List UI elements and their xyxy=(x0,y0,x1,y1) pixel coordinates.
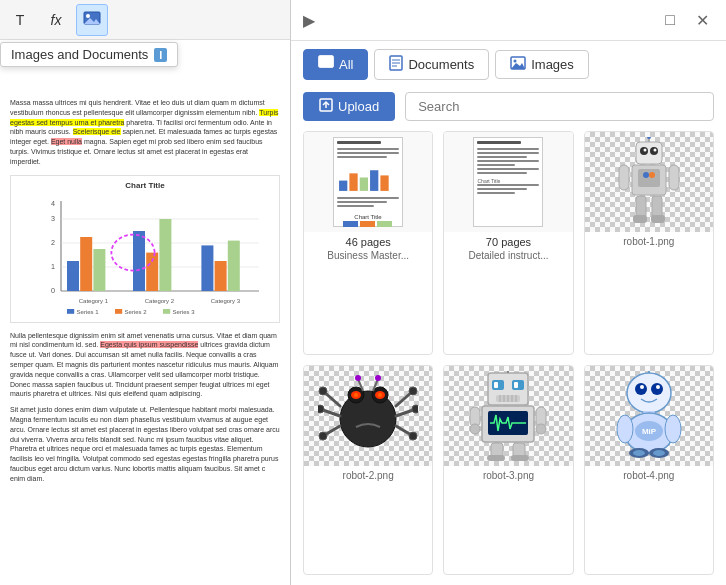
svg-rect-66 xyxy=(669,165,679,190)
svg-rect-100 xyxy=(514,382,518,388)
svg-rect-17 xyxy=(146,252,158,290)
highlight-red: Eget nulla xyxy=(51,138,82,145)
svg-rect-47 xyxy=(360,177,368,190)
svg-point-120 xyxy=(640,385,644,389)
media-thumb-robot4: MiP xyxy=(585,366,713,466)
header-controls: □ ✕ xyxy=(658,8,714,32)
svg-rect-48 xyxy=(370,170,378,191)
tab-images-label: Images xyxy=(531,57,574,72)
svg-rect-62 xyxy=(638,169,660,187)
svg-point-71 xyxy=(340,391,396,447)
svg-point-60 xyxy=(647,137,651,139)
svg-rect-115 xyxy=(487,455,505,461)
tooltip: Images and Documents I xyxy=(0,42,178,67)
svg-rect-51 xyxy=(343,221,358,227)
expand-button[interactable]: ▶ xyxy=(303,9,323,32)
svg-text:0: 0 xyxy=(51,286,55,295)
svg-rect-49 xyxy=(381,175,389,191)
image-icon xyxy=(83,9,101,30)
upload-label: Upload xyxy=(338,99,379,114)
media-thumb-robot1 xyxy=(585,132,713,232)
highlight-yellow: Turpis egestas sed tempus urna et pharet… xyxy=(10,109,278,126)
doc-para-2: Nulla pellentesque dignissim enim sit am… xyxy=(10,331,280,400)
svg-text:Series 3: Series 3 xyxy=(173,309,196,315)
svg-point-58 xyxy=(653,149,656,152)
image-tool-button[interactable] xyxy=(76,4,108,36)
svg-text:3: 3 xyxy=(51,214,55,223)
search-input[interactable] xyxy=(405,92,714,121)
left-panel: T fx Images and Documents I Massa massa … xyxy=(0,0,290,585)
right-panel: ▶ □ ✕ All xyxy=(290,0,726,585)
svg-point-91 xyxy=(355,375,361,381)
text-tool-button[interactable]: T xyxy=(4,4,36,36)
svg-point-128 xyxy=(617,415,633,443)
tab-images[interactable]: Images xyxy=(495,50,589,79)
svg-rect-16 xyxy=(133,231,145,291)
upload-button[interactable]: Upload xyxy=(303,92,395,121)
media-item-robot1[interactable]: robot-1.png xyxy=(584,131,714,355)
media-thumb-robot2 xyxy=(304,366,432,466)
svg-text:Series 2: Series 2 xyxy=(125,309,148,315)
svg-rect-27 xyxy=(115,309,122,314)
tabs-row: All Documents Images xyxy=(291,41,726,88)
svg-rect-52 xyxy=(360,221,375,227)
svg-point-77 xyxy=(378,393,382,397)
chart-svg: 0 1 2 3 4 xyxy=(15,195,275,315)
close-button[interactable]: ✕ xyxy=(690,8,714,32)
svg-rect-99 xyxy=(494,382,498,388)
media-item-robot3[interactable]: robot-3.png xyxy=(443,365,573,575)
media-item-robot4[interactable]: MiP robot-4.png xyxy=(584,365,714,575)
svg-point-63 xyxy=(643,172,649,178)
header-left: ▶ xyxy=(303,9,323,32)
media-thumb-business: Chart Title xyxy=(304,132,432,232)
media-item-robot2[interactable]: robot-2.png xyxy=(303,365,433,575)
svg-point-118 xyxy=(635,383,647,395)
robot2-svg xyxy=(318,371,418,461)
media-thumb-robot3 xyxy=(444,366,572,466)
svg-marker-42 xyxy=(511,63,525,69)
tooltip-badge: I xyxy=(154,48,167,62)
svg-rect-70 xyxy=(651,215,665,223)
svg-text:Category 1: Category 1 xyxy=(79,298,109,304)
svg-rect-29 xyxy=(163,309,170,314)
tab-all[interactable]: All xyxy=(303,49,368,80)
svg-text:2: 2 xyxy=(51,238,55,247)
formula-icon: fx xyxy=(51,12,62,28)
formula-tool-button[interactable]: fx xyxy=(40,4,72,36)
media-grid: Chart Title 46 pages Business Master... xyxy=(291,131,726,585)
minimize-button[interactable]: □ xyxy=(658,8,682,32)
documents-tab-icon xyxy=(389,55,403,74)
chart-area: Chart Title 0 1 2 3 4 xyxy=(10,175,280,323)
minimize-icon: □ xyxy=(665,11,675,29)
svg-rect-13 xyxy=(67,261,79,291)
svg-rect-19 xyxy=(201,245,213,291)
svg-rect-15 xyxy=(93,249,105,291)
media-pages-1: 46 pages xyxy=(304,232,432,250)
svg-rect-46 xyxy=(350,173,358,191)
robot1-svg xyxy=(614,137,684,227)
svg-point-89 xyxy=(409,432,417,440)
svg-text:4: 4 xyxy=(51,199,55,208)
tab-documents[interactable]: Documents xyxy=(374,49,489,80)
tooltip-text: Images and Documents xyxy=(11,47,148,62)
doc-para-3: Sit amet justo dones enim diam vulputate… xyxy=(10,405,280,483)
svg-rect-14 xyxy=(80,237,92,291)
toolbar: T fx xyxy=(0,0,290,40)
media-name-6: robot-4.png xyxy=(623,466,674,485)
svg-point-119 xyxy=(651,383,663,395)
media-item-business[interactable]: Chart Title 46 pages Business Master... xyxy=(303,131,433,355)
svg-point-117 xyxy=(627,373,671,413)
svg-rect-116 xyxy=(511,455,529,461)
media-item-detailed[interactable]: Chart Title 70 pages Detailed instruct..… xyxy=(443,131,573,355)
images-tab-icon xyxy=(510,56,526,73)
text-icon: T xyxy=(16,12,25,28)
svg-point-84 xyxy=(319,387,327,395)
svg-rect-18 xyxy=(159,219,171,291)
search-upload-row: Upload xyxy=(291,88,726,131)
highlight-red-2: Egesta quis ipsum suspendisse xyxy=(100,341,198,348)
svg-text:1: 1 xyxy=(51,262,55,271)
svg-rect-21 xyxy=(228,240,240,290)
svg-point-86 xyxy=(319,432,327,440)
media-name-5: robot-3.png xyxy=(483,466,534,485)
svg-point-85 xyxy=(318,405,324,413)
